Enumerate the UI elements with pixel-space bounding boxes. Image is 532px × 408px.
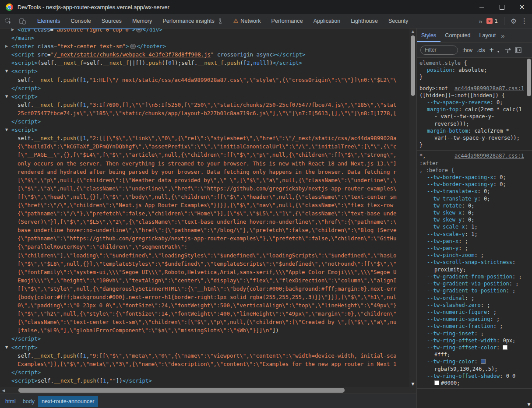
dom-tree-line[interactable]: </script>	[0, 334, 409, 343]
tab-memory[interactable]: Memory	[127, 14, 157, 28]
dom-tree-line[interactable]: base underline hover:no-underline\",\"hr…	[0, 226, 409, 234]
css-property[interactable]: --tw-pan-y: ;	[419, 245, 524, 252]
dom-tree-line[interactable]: [\"children\"],\"loading\":\"$undefined\…	[0, 251, 409, 260]
dom-tree-line[interactable]: {body{color:#fff;background:#000}.next-e…	[0, 293, 409, 301]
css-property[interactable]: --tw-rotate: 0;	[419, 202, 524, 209]
breadcrumb-body[interactable]: body	[19, 396, 38, 407]
css-property[interactable]: margin-top: calc(2rem * calc(1 - var(--t…	[419, 106, 524, 127]
dom-tree-line[interactable]: ▼<script>	[0, 126, 409, 134]
toggle-panel-icon[interactable]	[515, 47, 521, 53]
css-property[interactable]: --tw-skew-x: 0;	[419, 209, 524, 216]
styles-scrollbar[interactable]: ▼	[526, 58, 532, 408]
dom-tree-line[interactable]: <script>self.__next_f.push([1,""])</scri…	[0, 376, 409, 385]
breadcrumb-html[interactable]: html	[2, 396, 19, 407]
dom-tree-line[interactable]: [\"__PAGE__\",{},[\"$L4\",[\"$\",\"artic…	[0, 151, 409, 159]
dom-tree-line[interactable]: self.__next_f.push([1,"1:HL[\"/_next/sta…	[0, 76, 409, 84]
dom-tree-line[interactable]: [false,\"$L9\"],\"globalErrorComponent\"…	[0, 326, 409, 334]
sidebar-tab-computed[interactable]: Computed	[440, 29, 475, 42]
css-property[interactable]: --tw-ring-offset-shadow: 0 0 #0000;	[419, 373, 524, 387]
dom-tree-line[interactable]: 0\",\"padding\":\"0 23px 0 0\",\"fontSiz…	[0, 301, 409, 310]
dom-tree-line[interactable]: </script>	[0, 117, 409, 126]
css-property[interactable]: --tw-ring-offset-width: 0px;	[419, 337, 524, 344]
dom-tree-line[interactable]: [\"$\",\"a\",null,{\"className\":\"under…	[0, 184, 409, 193]
dom-tree-line[interactable]: </script>	[0, 368, 409, 376]
css-property[interactable]: margin-bottom: calc(2rem * var(--tw-spac…	[419, 127, 524, 141]
css-property[interactable]: --tw-ring-color: rgba(59,130,246,.5);	[419, 358, 524, 372]
dom-tree-line[interactable]: ▼<script>	[0, 92, 409, 101]
dom-tree-line[interactable]: {\"className\":\"text-center text-sm\",\…	[0, 318, 409, 326]
rule-selector[interactable]: element.style {	[419, 60, 524, 67]
dom-tree-line[interactable]: [\"$\",\"p\",null,{\"children\":[\"Weath…	[0, 176, 409, 184]
css-property[interactable]: --tw-border-spacing-x: 0;	[419, 174, 524, 181]
rendering-emulation-icon[interactable]	[504, 47, 511, 53]
dom-tree-line[interactable]: {\"parallelRouterKey\":\"children\",\"se…	[0, 243, 409, 251]
tab-performance-insights[interactable]: Performance insights	[157, 14, 228, 28]
dom-tree-line[interactable]: 25cf075477fbce74.js\",\"185\",\"static/c…	[0, 109, 409, 117]
dom-tree-line[interactable]: [\"$\",\"$L8\",null,{}],\"templateStyles…	[0, 260, 409, 268]
dom-tree-line[interactable]: (Server)\"}],[\"$\",\"$L5\",\"2\",{\"cla…	[0, 218, 409, 226]
dom-tree-line[interactable]: only occurs on the server. Then everythi…	[0, 159, 409, 168]
color-swatch[interactable]	[503, 345, 507, 350]
dom-tree-line[interactable]: ▼<script>	[0, 343, 409, 352]
tab-performance[interactable]: Performance	[266, 14, 308, 28]
toggle-class-button[interactable]: .cls	[477, 47, 485, 53]
css-property[interactable]: --tw-skew-y: 0;	[419, 216, 524, 223]
stylesheet-link[interactable]: ac44da9899028a87.css:1	[454, 85, 524, 92]
dom-tree-line[interactable]: ▶<footer class="text-center text-sm">⋯</…	[0, 42, 409, 50]
tab-application[interactable]: Application	[308, 14, 346, 28]
breadcrumb-next-route-announcer[interactable]: next-route-announcer	[38, 396, 98, 407]
collapse-twisty-icon[interactable]: ▼	[5, 92, 11, 101]
dom-tree-line[interactable]: ▼<script>	[0, 67, 409, 75]
dom-tree-line[interactable]: self.__next_f.push([1,"9:[[\"$\",\"meta\…	[0, 352, 409, 360]
dom-tree-line[interactable]: [[\"$\",\"head\",null,{}],[\"$\",\"body\…	[0, 193, 409, 201]
dom-tree-line[interactable]: {\"href\":\"/\",\"children\":\"Next.js A…	[0, 201, 409, 209]
css-property[interactable]: --tw-slashed-zero: ;	[419, 302, 524, 309]
tab-sources[interactable]: Sources	[96, 14, 127, 28]
dom-tree-line[interactable]: [[\"$\",\"style\",null,{\"dangerouslySet…	[0, 285, 409, 293]
expand-twisty-icon[interactable]: ▶	[11, 28, 18, 34]
tab-lighthouse[interactable]: Lighthouse	[345, 14, 383, 28]
css-property[interactable]: --tw-translate-y: 0;	[419, 195, 524, 202]
toggle-hover-state-button[interactable]: :hov	[462, 47, 472, 53]
dom-tree-line[interactable]: self.__next_f.push([1,"3:I[7690,[],\"\"]…	[0, 101, 409, 109]
css-property[interactable]: --tw-ordinal: ;	[419, 295, 524, 302]
collapse-twisty-icon[interactable]: ▼	[5, 126, 11, 134]
sidebar-tab-styles[interactable]: Styles	[417, 29, 440, 42]
maximize-button[interactable]	[492, 0, 512, 14]
collapse-twisty-icon[interactable]: ▼	[5, 343, 11, 352]
sidebar-tab-layout[interactable]: Layout	[475, 29, 500, 42]
device-toolbar-icon[interactable]	[17, 15, 28, 27]
dom-tree-line[interactable]: {\"pathname\":\"https://github.com/gregr…	[0, 234, 409, 243]
issues-counter[interactable]: × 1	[486, 18, 498, 24]
dom-tree-line[interactable]: [\"$\",\"h2\",null,{\"style\":{\"fontSiz…	[0, 310, 409, 318]
tab-security[interactable]: Security	[383, 14, 414, 28]
dom-tree-line[interactable]: </script>	[0, 84, 409, 92]
rule-selector[interactable]: ac44da9899028a87.css:1body>:not([hidden]…	[419, 85, 524, 99]
minimize-button[interactable]	[472, 0, 492, 14]
color-swatch[interactable]	[481, 359, 486, 364]
dom-tree-line[interactable]: <script src="/_next/static/chunks/webpac…	[0, 50, 409, 59]
settings-gear-icon[interactable]: ⚙	[511, 17, 517, 25]
css-property[interactable]: --tw-scale-x: 1;	[419, 223, 524, 230]
dom-tree-line[interactable]: rendered and hydrated after being parsed…	[0, 168, 409, 176]
inspect-element-icon[interactable]	[3, 15, 14, 27]
css-property[interactable]: --tw-gradient-via-position: ;	[419, 280, 524, 287]
more-tabs-icon[interactable]: »	[479, 18, 482, 25]
dom-tree-line[interactable]: Emoji\\\"\",\"height\":\"100vh\",\"textA…	[0, 276, 409, 285]
css-property[interactable]: --tw-space-y-reverse: 0;	[419, 99, 524, 106]
dom-tree-line[interactable]: Examples\"}],[\"$\",\"meta\",\"3\",{\"na…	[0, 360, 409, 368]
styles-scroll-down-icon[interactable]: ▼	[526, 401, 532, 408]
css-property[interactable]: --tw-scroll-snap-strictness: proximity;	[419, 259, 524, 273]
dom-tree-line[interactable]: </main>	[0, 34, 409, 42]
tab-console[interactable]: Console	[66, 14, 96, 28]
css-property[interactable]: --tw-ring-offset-color: #fff;	[419, 344, 524, 358]
css-property[interactable]: --tw-numeric-fraction: ;	[419, 323, 524, 330]
css-property[interactable]: --tw-pinch-zoom: ;	[419, 252, 524, 259]
expand-twisty-icon[interactable]: ▶	[5, 42, 11, 50]
dom-tree-line[interactable]: <script>(self.__next_f=self.__next_f||[]…	[0, 59, 409, 67]
tab-elements[interactable]: Elements	[32, 14, 66, 28]
new-style-rule-button[interactable]: +	[490, 46, 494, 54]
tab-network[interactable]: ⚠Network	[228, 14, 266, 28]
scroll-up-icon[interactable]: ▲	[409, 29, 416, 34]
css-property[interactable]: --tw-numeric-spacing: ;	[419, 316, 524, 323]
